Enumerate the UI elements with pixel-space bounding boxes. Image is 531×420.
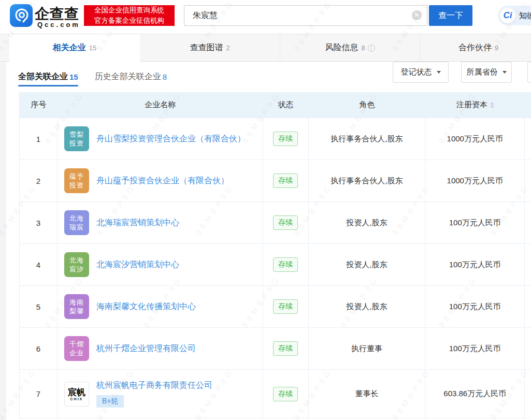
row-number-cell: 2	[20, 160, 58, 201]
tab-partners[interactable]: 合作伙伴9	[420, 34, 531, 62]
company-avatar[interactable]: 北海宸汐	[64, 252, 89, 277]
qcc-logo-icon[interactable]	[10, 4, 33, 27]
filter-label: 登记状态	[401, 67, 432, 77]
table-row: 1雪梨投资舟山雪梨投资管理合伙企业（有限合伙）存续执行事务合伙人,股东1000万…	[20, 118, 531, 160]
search-button[interactable]: 查一下	[429, 5, 472, 26]
row-number-cell: 6	[20, 328, 58, 369]
column-header-3: 状态	[263, 100, 309, 110]
company-cell: 北海瑞宸北海瑞宸营销策划中心	[58, 202, 263, 243]
status-cell: 存续	[263, 244, 309, 285]
certification-line2: 官方备案企业征信机构	[84, 16, 175, 26]
column-header-label: 序号	[31, 100, 46, 110]
certification-badge: 全国企业信用查询系统 官方备案企业征信机构	[84, 5, 175, 26]
sort-icon[interactable]	[490, 102, 494, 108]
column-header-2: 企业名称	[58, 100, 263, 110]
avatar-line1: 北海	[69, 256, 84, 265]
extra-cell	[525, 160, 531, 201]
tab-count: 9	[495, 44, 498, 52]
company-cell: 北海宸汐北海宸汐营销策划中心	[58, 244, 263, 285]
subtab-label: 全部关联企业	[18, 71, 68, 82]
tab-chacha-graph[interactable]: 查查图谱2	[140, 34, 280, 62]
role-cell: 执行事务合伙人,股东	[309, 160, 426, 201]
assistant-pill[interactable]: Ci 知彼	[498, 6, 531, 25]
extra-cell	[525, 370, 531, 418]
column-header-label: 状态	[278, 100, 294, 110]
filter-reg-status[interactable]: 登记状态	[393, 62, 449, 83]
info-icon[interactable]: i	[368, 45, 375, 52]
status-badge: 存续	[273, 341, 298, 356]
sort-desc-icon	[490, 106, 494, 108]
company-name-link[interactable]: 杭州千熠企业管理有限公司	[96, 343, 196, 354]
company-avatar[interactable]: 雪梨投资	[64, 126, 89, 151]
tab-bar: 相关企业15查查图谱2风险信息8i合作伙伴9	[0, 34, 531, 62]
sub-tab-bar: 全部关联企业15历史全部关联企业8 登记状态所属省份	[6, 62, 531, 92]
tab-label: 查查图谱	[190, 42, 223, 53]
chevron-down-icon	[437, 71, 441, 74]
avatar-line1: 雪梨	[69, 130, 84, 139]
avatar-line2: 瑞宸	[69, 223, 84, 231]
capital-cell: 603.86万元人民币	[425, 370, 525, 418]
status-badge: 存续	[273, 257, 298, 272]
filter-province[interactable]: 所属省份	[461, 62, 512, 83]
subtab-count: 15	[69, 73, 78, 81]
page-left-margin	[0, 62, 6, 420]
table-row: 3北海瑞宸北海瑞宸营销策划中心存续投资人,股东100万元人民币	[20, 201, 531, 243]
subtab-history-related[interactable]: 历史全部关联企业8	[95, 62, 167, 92]
status-badge: 存续	[273, 299, 298, 314]
company-cell: 蕴予投资舟山蕴予投资合伙企业（有限合伙）	[58, 160, 263, 201]
company-cell: 海南梨馨海南梨馨文化传播策划中心	[58, 286, 263, 327]
tab-label: 合作伙伴	[458, 42, 492, 53]
row-number-cell: 5	[20, 286, 58, 327]
tab-count: 15	[89, 44, 96, 52]
company-avatar[interactable]: 北海瑞宸	[64, 210, 89, 235]
avatar-line1: 蕴予	[69, 172, 84, 181]
avatar-line2: 企业	[69, 349, 84, 357]
status-cell: 存续	[263, 118, 309, 160]
role-cell: 投资人,股东	[309, 244, 426, 285]
sort-asc-icon	[490, 102, 494, 105]
tab-label: 风险信息	[325, 42, 358, 53]
company-name-link[interactable]: 海南梨馨文化传播策划中心	[96, 301, 196, 312]
filter-more[interactable]	[527, 62, 531, 83]
role-cell: 投资人,股东	[309, 202, 426, 243]
column-header-label: 角色	[359, 100, 375, 110]
extra-cell	[525, 244, 531, 285]
capital-cell: 100万元人民币	[425, 286, 525, 327]
avatar-line2: 梨馨	[69, 307, 84, 315]
company-name-link[interactable]: 北海宸汐营销策划中心	[96, 259, 179, 270]
role-cell: 执行董事	[309, 328, 426, 369]
qcc-logo-domain: Qcc.com	[37, 21, 80, 28]
status-badge: 存续	[273, 173, 298, 188]
extra-cell	[525, 328, 531, 369]
logo-subtitle: CHIX	[70, 397, 83, 401]
company-name-link[interactable]: 舟山蕴予投资合伙企业（有限合伙）	[96, 176, 229, 186]
table-row: 6千熠企业杭州千熠企业管理有限公司存续执行董事100万元人民币	[20, 327, 531, 369]
company-logo[interactable]: 宸帆CHIX	[64, 382, 89, 407]
avatar-line1: 千熠	[69, 340, 84, 349]
status-cell: 存续	[263, 286, 309, 327]
company-avatar[interactable]: 千熠企业	[64, 336, 89, 361]
chevron-down-icon	[503, 71, 507, 74]
avatar-line2: 投资	[69, 139, 84, 148]
search-input[interactable]	[193, 6, 410, 25]
tab-related-companies[interactable]: 相关企业15	[9, 34, 140, 62]
company-name-link[interactable]: 舟山雪梨投资管理合伙企业（有限合伙）	[96, 134, 246, 144]
ci-logo-icon: Ci	[500, 8, 515, 23]
company-name-link[interactable]: 北海瑞宸营销策划中心	[96, 218, 179, 228]
column-header-label: 企业名称	[145, 100, 176, 110]
related-companies-table: 序号企业名称状态角色注册资本 1雪梨投资舟山雪梨投资管理合伙企业（有限合伙）存续…	[19, 92, 531, 418]
capital-cell: 1000万元人民币	[425, 118, 525, 160]
subtab-all-related[interactable]: 全部关联企业15	[18, 62, 78, 92]
column-header-5: 注册资本	[425, 100, 525, 110]
subtab-label: 历史全部关联企业	[95, 71, 161, 82]
company-avatar[interactable]: 海南梨馨	[64, 294, 89, 319]
company-name-link[interactable]: 杭州宸帆电子商务有限责任公司	[96, 380, 212, 391]
tab-risk-info[interactable]: 风险信息8i	[280, 34, 420, 62]
company-cell: 千熠企业杭州千熠企业管理有限公司	[58, 328, 263, 369]
certification-line1: 全国企业信用查询系统	[84, 5, 175, 16]
company-avatar[interactable]: 蕴予投资	[64, 168, 89, 193]
role-cell: 执行事务合伙人,股东	[309, 118, 426, 160]
row-number-cell: 3	[20, 202, 58, 243]
clear-search-icon[interactable]: ✕	[412, 10, 422, 20]
tab-count: 8	[361, 44, 365, 52]
